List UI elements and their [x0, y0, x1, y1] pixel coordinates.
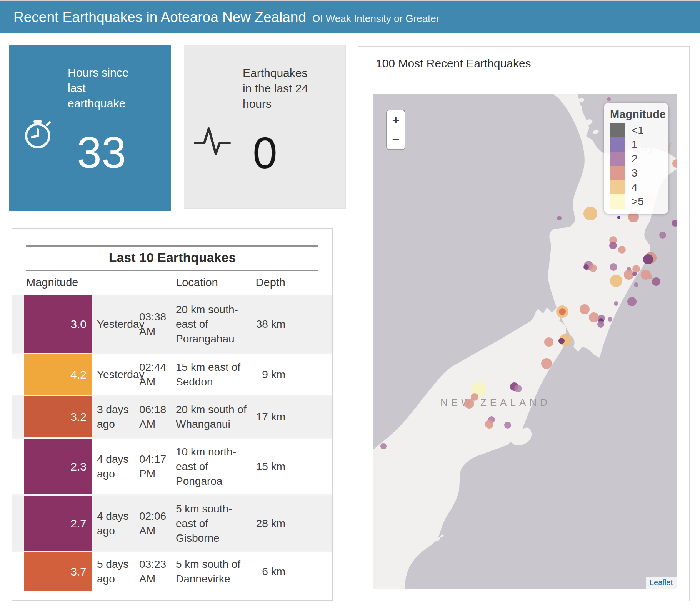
page-title: Recent Earthquakes in Aotearoa New Zeala…	[13, 1, 306, 33]
earthquake-dot[interactable]	[464, 399, 474, 409]
depth-cell: 28 km	[251, 516, 285, 531]
legend-entry: 1	[604, 137, 668, 152]
earthquake-dot[interactable]	[672, 220, 677, 227]
time-cell: 02:44 AM	[139, 360, 176, 389]
zoom-control: + −	[386, 110, 405, 150]
table-row[interactable]: 3.75 days ago03:23 AM5 km south of Danne…	[12, 551, 332, 591]
earthquake-dot[interactable]	[608, 317, 612, 322]
earthquake-dot[interactable]	[583, 207, 597, 220]
date-cell: 4 days ago	[97, 452, 139, 481]
depth-cell: 9 km	[251, 367, 285, 382]
legend-swatch	[610, 166, 625, 180]
location-cell: 5 km south of Dannevirke	[176, 557, 251, 586]
last24-count-label: Earthquakes in the last 24 hours	[243, 65, 320, 112]
earthquake-dot[interactable]	[597, 321, 604, 328]
legend-title: Magnitude	[610, 108, 668, 121]
earthquake-dot[interactable]	[380, 443, 387, 449]
date-cell: 4 days ago	[97, 509, 139, 538]
leaflet-attribution: Leaflet	[646, 577, 677, 589]
legend-label: <1	[632, 124, 644, 137]
earthquake-dot[interactable]	[485, 420, 493, 429]
earthquake-dot[interactable]	[558, 338, 565, 344]
legend-entry: <1	[604, 123, 668, 137]
legend-entry: 2	[604, 152, 668, 166]
earthquake-dot[interactable]	[607, 97, 611, 101]
earthquake-dot[interactable]	[583, 264, 589, 270]
earthquake-dot[interactable]	[589, 312, 599, 322]
earthquake-dot[interactable]	[617, 216, 620, 219]
table-row[interactable]: 3.23 days ago06:18 AM20 km south of Whan…	[12, 395, 332, 437]
column-header-magnitude: Magnitude	[26, 276, 78, 289]
earthquake-dot[interactable]	[580, 304, 590, 314]
table-row[interactable]: 4.2Yesterday02:44 AM15 km east of Seddon…	[12, 353, 332, 395]
table-row[interactable]: 2.34 days ago04:17 PM10 km north-east of…	[12, 437, 332, 494]
page-subtitle: Of Weak Intensity or Greater	[312, 13, 439, 25]
column-header-location: Location	[176, 276, 218, 289]
depth-cell: 15 km	[251, 459, 285, 474]
date-cell: 5 days ago	[97, 557, 139, 586]
earthquake-dot[interactable]	[634, 282, 638, 287]
time-cell: 04:17 PM	[139, 452, 176, 481]
earthquake-dot[interactable]	[648, 275, 652, 279]
legend-swatch	[610, 123, 625, 137]
magnitude-cell: 3.7	[24, 552, 92, 591]
table-top-rule	[26, 245, 318, 247]
earthquake-dot[interactable]	[557, 216, 562, 220]
earthquake-dot[interactable]	[514, 385, 522, 392]
earthquake-dot[interactable]	[643, 254, 653, 264]
earthquake-dot[interactable]	[659, 232, 666, 239]
earthquake-dot[interactable]	[627, 297, 637, 306]
time-cell: 03:23 AM	[139, 557, 176, 586]
header-bar: Recent Earthquakes in Aotearoa New Zeala…	[0, 1, 700, 33]
earthquake-dot[interactable]	[541, 358, 552, 369]
earthquake-dot[interactable]	[632, 272, 637, 276]
legend-entry: 3	[604, 166, 668, 180]
time-cell: 02:06 AM	[139, 509, 176, 538]
new-zealand-label: NEW ZEALAND	[440, 397, 551, 409]
zoom-out-button[interactable]: −	[387, 130, 405, 149]
location-cell: 20 km south of Whanganui	[176, 402, 251, 432]
column-header-depth: Depth	[251, 276, 285, 289]
legend-label: 3	[632, 167, 638, 179]
depth-cell: 17 km	[251, 410, 285, 424]
hours-since-card: Hours since last earthquake 33	[9, 45, 171, 211]
south-island-shape	[373, 307, 567, 589]
table-row[interactable]: 2.74 days ago02:06 AM5 km south-east of …	[12, 494, 332, 551]
legend-swatch	[610, 180, 625, 194]
earthquake-dot[interactable]	[610, 263, 617, 271]
legend-label: 2	[632, 153, 638, 165]
earthquake-dot[interactable]	[618, 246, 626, 254]
zoom-in-button[interactable]: +	[387, 110, 405, 130]
earthquake-dot[interactable]	[610, 275, 622, 287]
magnitude-legend: Magnitude <11234>5	[604, 103, 668, 214]
leaflet-map[interactable]: Bay of Ple NEW ZEALAND + − Magnitude <11…	[373, 94, 677, 589]
earthquake-dot[interactable]	[652, 277, 660, 286]
earthquake-dot[interactable]	[559, 308, 566, 315]
legend-label: 4	[632, 181, 638, 194]
magnitude-cell: 2.3	[24, 439, 92, 494]
legend-entry: 4	[604, 180, 668, 194]
location-cell: 20 km south-east of Porangahau	[176, 302, 251, 346]
earthquake-dashboard: Recent Earthquakes in Aotearoa New Zeala…	[0, 0, 700, 614]
earthquake-dot[interactable]	[544, 337, 553, 347]
leaflet-link[interactable]: Leaflet	[650, 578, 673, 587]
earthquake-dot[interactable]	[609, 242, 617, 249]
table-title: Last 10 Earthquakes	[12, 250, 332, 265]
table-row[interactable]: 3.0Yesterday03:38 AM20 km south-east of …	[12, 295, 332, 353]
last24-count-value: 0	[242, 131, 288, 175]
magnitude-cell: 4.2	[24, 354, 92, 395]
table-title-rule	[26, 270, 318, 271]
earthquake-dot[interactable]	[589, 264, 597, 272]
earthquake-dot[interactable]	[614, 301, 618, 306]
map-panel: 100 Most Recent Earthquakes	[358, 46, 690, 601]
pulse-icon	[190, 121, 236, 165]
legend-entry: >5	[604, 194, 668, 209]
magnitude-cell: 3.0	[24, 295, 92, 353]
legend-swatch	[610, 137, 625, 152]
last24-count-card: Earthquakes in the last 24 hours 0	[184, 45, 346, 209]
earthquake-dot[interactable]	[504, 422, 511, 429]
hours-since-label: Hours since last earthquake	[68, 65, 145, 111]
map-title: 100 Most Recent Earthquakes	[376, 57, 531, 70]
location-cell: 5 km south-east of Gisborne	[176, 502, 251, 546]
location-cell: 15 km east of Seddon	[176, 360, 251, 389]
